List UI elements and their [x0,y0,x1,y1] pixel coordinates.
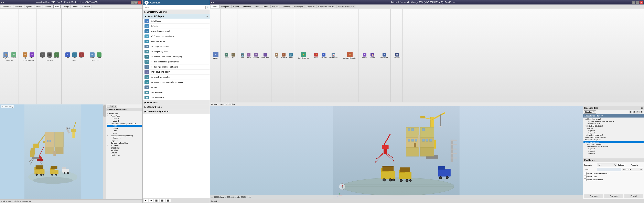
navis-btn-clash[interactable]: ⚡ Clash [314,52,319,59]
tab-systems[interactable]: Systems [24,5,34,8]
sel-item-segment-5[interactable]: Segment [584,150,644,152]
sel-item-cabins-double[interactable]: Site Cabins Double Stack.skl [584,136,644,139]
navis-tab-construct[interactable]: Construct [305,5,316,8]
selection-tree-btn-1[interactable]: ⊞ [629,111,632,113]
iconstruct-search-input[interactable] [144,6,206,9]
navis-btn-selectall[interactable]: ⊞ Select All [252,52,260,59]
ribbon-btn-grid[interactable]: # Grid [71,52,78,59]
sel-item-cabins-single[interactable]: Site Cabins Single.skl [584,139,644,141]
navis-tab-viewpoint[interactable]: Viewpoint [220,5,231,8]
iconstruct-item-newtemplate10[interactable]: 📄 NewTemplate10 [143,95,210,100]
find-search-select[interactable]: Item All [597,163,617,167]
tree-level2[interactable]: Level 2 [107,117,142,120]
navis-tab-bim360[interactable]: BIM 360 [270,5,281,8]
sel-item-railing-1[interactable]: ¶df Railing [1843681] [584,125,644,127]
checkbox-match-char-input[interactable] [584,172,586,175]
iconstruct-section-dwg-header[interactable]: ▶ Smart DWG Exporter [143,10,210,14]
tree-views-all[interactable]: Views (all) [107,112,142,115]
iconstruct-item-5fc4fet2[interactable]: ⚙ 5FC4FET2 [143,85,210,90]
navis-btn-rendering[interactable]: 🎨 Autodesk Rendering [342,51,357,59]
navis-tab-construct2[interactable]: Construct 2016.8.2 [336,5,356,8]
iconstruct-item-reftfc[interactable]: ⚙ Ref to Ifc [143,24,210,29]
iconstruct-item-4r4iton[interactable]: ⚙ 4r4 iton - source file - parent props [143,59,210,65]
sel-item-segment-2[interactable]: Segment [584,130,644,132]
iconstruct-footer-play[interactable]: ▶ [144,199,148,202]
ribbon-btn-visibility[interactable]: 👁 Visibility [10,52,17,59]
revit-viewport-scroll[interactable] [103,104,106,199]
find-all-btn[interactable]: Find All [624,194,643,198]
browser-btn-2[interactable]: ⊟ [110,105,114,108]
selection-tree-close[interactable]: ✕ [641,107,643,109]
navis-btn-timeliner[interactable]: ⏱ TimeLiner [320,52,328,59]
sel-item-add-corthen[interactable]: add corthen search [584,118,644,120]
iconstruct-item-4r4element[interactable]: ⚙ 4r4 element - files search - parent pr… [143,54,210,59]
navis-btn-animator[interactable]: ▶ Animator [361,52,368,59]
tree-north[interactable]: North [107,125,142,127]
navis-btn-save[interactable]: 💾 Save [240,52,245,59]
tree-south[interactable]: South [107,127,142,130]
navis-tab-review[interactable]: Review [231,5,241,8]
tab-iconstruct[interactable]: iConstruct [81,5,92,8]
ribbon-btn-area[interactable]: ⊞ Area [28,52,35,59]
iconstruct-item-2x3all[interactable]: IFC 2x3 all types [143,19,210,24]
iconstruct-footer-rec[interactable]: ⬛ [160,199,165,202]
sel-item-railing-3[interactable]: ¶df Railing [1844131] [584,143,644,145]
tree-schedules[interactable]: Schedules/Quantities [107,142,142,144]
ribbon-btn-wall[interactable]: ⬛ Wall [46,52,53,59]
navis-close-btn[interactable]: ✕ [640,1,643,4]
tree-section1[interactable]: Section 1 [107,137,142,139]
iconstruct-item-4r4props[interactable]: ⚙ 4r4 - props - source file [143,44,210,49]
iconstruct-section-ifc-header[interactable]: ▼ Smart IFC Export ▣ [143,14,210,19]
find-condition-select[interactable]: Standard Contains Equals [622,168,643,171]
find-next-btn-1[interactable]: Find Next [584,194,603,198]
navis-minimize-btn[interactable]: ─ [632,1,636,4]
iconstruct-footer-stop[interactable]: ⬛ [154,199,159,202]
navis-btn-refresh[interactable]: ↺ Refresh [223,52,230,59]
navis-tab-ifcmanager[interactable]: IfcManager [292,5,304,8]
tab-annotate[interactable]: Annotate [43,5,53,8]
find-value-input[interactable] [597,168,622,171]
tab-insert[interactable]: Insert [35,5,42,8]
iconstruct-section-general-header[interactable]: ▶ General Configuration [143,109,210,114]
iconstruct-item-r2x3shell[interactable]: ⚙ R2x3 Shell Types [143,39,210,44]
ribbon-btn-show[interactable]: 👁 Show [89,52,96,59]
revit-viewport[interactable]: 3D View: {3D} [0,104,106,199]
tree-west[interactable]: West [107,132,142,134]
sel-item-small-dumpers[interactable]: Small Dumpers.skl [584,141,644,143]
iconstruct-item-4r4shared[interactable]: ⚙ 4r4 shared props Source File via paren… [143,80,210,85]
navis-maximize-btn[interactable]: □ [636,1,639,4]
tree-elevations[interactable]: Elevations (Building Elevation) [107,122,142,125]
tab-view[interactable]: View [54,5,60,8]
revit-maximize-btn[interactable]: □ [134,1,138,4]
ribbon-btn-graphics[interactable]: 🎨 Graphics [2,52,10,59]
navis-btn-require[interactable]: ! Required [280,52,287,59]
iconstruct-item-5fc4proxy[interactable]: ⚙ 5FC4 OBJECT PROXY [143,70,210,75]
iconstruct-item-newtemplate1[interactable]: 📄 NewTemplate1 [143,90,210,95]
navis-btn-selectnone[interactable]: ⊟ Select None [261,52,270,59]
tree-east[interactable]: East [107,130,142,132]
tab-addins[interactable]: Add-Ins [71,5,80,8]
iconstruct-item-4r4item[interactable]: ⚙ 4r4 Item type and File Not Parent [143,65,210,70]
navis-btn-hide[interactable]: 👁 Hide [274,52,279,59]
sel-item-segment-3[interactable]: Segment [584,132,644,134]
sel-item-segment-6[interactable]: Segment [584,152,644,154]
iconstruct-item-r2x3dvf[interactable]: ⚙ R2x3 dvf section search [143,29,210,34]
navis-btn-fix[interactable]: 🔧 Fix [231,52,236,59]
selection-tree-type-select[interactable]: Standard [584,110,596,114]
navis-viewport[interactable]: N X Y Z x: -11309.2 mm Y: 386.13.4 mm Z:… [210,106,583,199]
iconstruct-item-r2xsearch[interactable]: ⚙ R(2x) search set mapping rwd [143,34,210,39]
selection-tree-btn-3[interactable]: ✕ [636,111,640,113]
browser-btn-1[interactable]: ✕ [107,105,110,108]
sel-item-segment-4[interactable]: Segment [584,148,644,150]
ribbon-btn-tag[interactable]: 🏷 Tag [22,52,28,59]
tab-structure[interactable]: Structure [14,5,24,8]
navis-btn-select[interactable]: ⊹ Select [246,52,252,59]
navis-btn-quickprops[interactable]: ⚡ Quick Properties [297,51,310,59]
navis-tab-home[interactable]: Home [211,5,219,8]
tree-sections[interactable]: Sections (Building Section) [107,134,142,137]
iconstruct-section-zone-header[interactable]: ▶ Zone Tools [143,100,210,105]
navis-btn-quantification[interactable]: 📊 Quantification [328,52,339,59]
navis-tab-iconstruct[interactable]: iConstruct 2016.8.2 [316,5,336,8]
selection-tree-btn-4[interactable]: ? [640,111,643,113]
navis-tab-animation[interactable]: Animation [241,5,253,8]
